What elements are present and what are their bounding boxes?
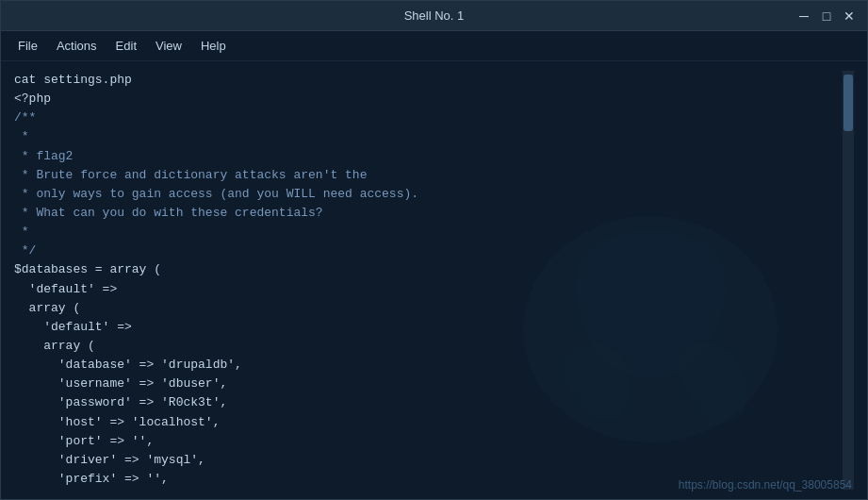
terminal-line: 'username' => 'dbuser', bbox=[14, 375, 843, 393]
menu-actions[interactable]: Actions bbox=[47, 35, 106, 57]
scrollbar[interactable] bbox=[843, 71, 854, 490]
terminal-line: 'database' => 'drupaldb', bbox=[14, 356, 843, 375]
terminal-line: * What can you do with these credentials… bbox=[14, 204, 843, 223]
terminal-line: $databases = array ( bbox=[14, 260, 843, 279]
window-controls: ─ □ ✕ bbox=[794, 6, 860, 26]
terminal-line: array ( bbox=[14, 337, 843, 356]
terminal-line: 'password' => 'R0ck3t', bbox=[14, 393, 843, 412]
terminal-line: 'driver' => 'mysql', bbox=[14, 451, 843, 470]
title-bar: Shell No. 1 ─ □ ✕ bbox=[1, 1, 867, 31]
close-button[interactable]: ✕ bbox=[839, 6, 860, 26]
terminal-line: * bbox=[14, 223, 843, 242]
scrollbar-thumb[interactable] bbox=[843, 75, 853, 131]
minimize-button[interactable]: ─ bbox=[794, 6, 814, 26]
menu-bar: File Actions Edit View Help bbox=[1, 31, 867, 61]
menu-edit[interactable]: Edit bbox=[106, 35, 146, 57]
maximize-button[interactable]: □ bbox=[816, 6, 837, 26]
terminal-content: cat settings.php<?php/** * * flag2 * Bru… bbox=[1, 61, 867, 499]
menu-help[interactable]: Help bbox=[191, 35, 236, 57]
terminal-text-area: cat settings.php<?php/** * * flag2 * Bru… bbox=[14, 71, 843, 490]
terminal-line: 'default' => bbox=[14, 318, 843, 337]
menu-view[interactable]: View bbox=[146, 35, 191, 57]
terminal-line: */ bbox=[14, 242, 843, 260]
watermark-text: https://blog.csdn.net/qq_38005854 bbox=[679, 478, 852, 492]
terminal-line: array ( bbox=[14, 299, 843, 318]
terminal-line: * flag2 bbox=[14, 147, 843, 166]
terminal-line: /** bbox=[14, 108, 843, 127]
menu-file[interactable]: File bbox=[8, 35, 47, 57]
terminal-line: <?php bbox=[14, 90, 843, 108]
terminal-line: cat settings.php bbox=[14, 71, 843, 90]
terminal-line: 'default' => bbox=[14, 280, 843, 299]
terminal-line: * only ways to gain access (and you WILL… bbox=[14, 185, 843, 204]
terminal-line: * Brute force and dictionary attacks are… bbox=[14, 166, 843, 185]
terminal-line: 'host' => 'localhost', bbox=[14, 413, 843, 432]
window-title: Shell No. 1 bbox=[404, 8, 465, 23]
terminal-window: Shell No. 1 ─ □ ✕ File Actions Edit View… bbox=[0, 0, 868, 500]
terminal-line: * bbox=[14, 127, 843, 146]
terminal-line: 'port' => '', bbox=[14, 432, 843, 451]
